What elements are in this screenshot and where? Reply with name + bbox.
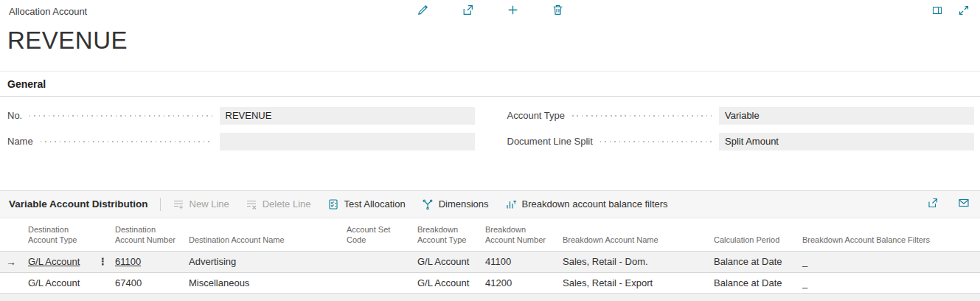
dimensions-button[interactable]: Dimensions (422, 198, 489, 210)
table-row[interactable]: G/L Account 67400 Miscellaneous G/L Acco… (0, 272, 980, 293)
cell-breakdown-number[interactable]: 41200 (479, 272, 557, 293)
cell-calculation-period[interactable]: Balance at Date (708, 251, 796, 272)
col-destination-account-number[interactable]: Destination Account Number (109, 218, 183, 251)
dotted-leader (29, 115, 212, 117)
page-background (0, 294, 980, 301)
cell-dest-name[interactable]: Advertising (183, 251, 341, 272)
distribution-table: Destination Account Type Destination Acc… (0, 218, 980, 294)
field-name: Name (7, 133, 475, 150)
dotted-leader (41, 141, 212, 142)
dimensions-label: Dimensions (439, 198, 489, 210)
field-account-type-label: Account Type (507, 110, 566, 121)
row-select-cell (0, 272, 22, 293)
row-menu-icon[interactable]: ⋮ (92, 251, 109, 272)
edit-button[interactable] (415, 2, 431, 20)
cell-calculation-period[interactable]: Balance at Date (708, 272, 796, 293)
cell-balance-filters[interactable]: _ (796, 251, 980, 272)
dimensions-icon (422, 198, 434, 210)
grid-toolbar: New Line Delete Line Test Allocation Dim… (173, 198, 668, 210)
col-account-set-code[interactable]: Account Set Code (341, 218, 411, 251)
breadcrumb[interactable]: Allocation Account (9, 6, 87, 17)
col-breakdown-account-balance-filters[interactable]: Breakdown Account Balance Filters (796, 218, 980, 251)
breakdown-filters-icon (505, 198, 517, 210)
table-header-row: Destination Account Type Destination Acc… (0, 218, 980, 251)
record-actions (415, 2, 566, 20)
cell-breakdown-name[interactable]: Sales, Retail - Export (557, 272, 708, 293)
share-button[interactable] (460, 2, 476, 20)
col-destination-account-type[interactable]: Destination Account Type (22, 218, 92, 251)
share-icon (462, 4, 474, 18)
col-calculation-period[interactable]: Calculation Period (708, 218, 796, 251)
window-actions (930, 3, 971, 20)
cell-balance-filters[interactable]: _ (796, 272, 980, 293)
distribution-card-header: Variable Account Distribution New Line D… (0, 191, 980, 218)
field-document-line-split-value[interactable]: Split Amount (719, 133, 974, 150)
delete-line-button[interactable]: Delete Line (246, 198, 311, 210)
new-button[interactable] (505, 2, 521, 20)
row-menu-cell (92, 272, 109, 293)
breakdown-filters-button[interactable]: Breakdown account balance filters (505, 198, 668, 210)
delete-line-icon (246, 198, 257, 210)
table-row[interactable]: → G/L Account ⋮ 61100 Advertising G/L Ac… (0, 251, 980, 272)
col-breakdown-account-number[interactable]: Breakdown Account Number (479, 218, 557, 251)
field-no-label: No. (7, 110, 22, 121)
cell-account-set-code[interactable] (341, 251, 411, 272)
cell-breakdown-type[interactable]: G/L Account (411, 272, 479, 293)
test-allocation-button[interactable]: Test Allocation (327, 198, 406, 210)
general-form: No. REVENUE Account Type Variable Name D… (0, 97, 980, 150)
top-command-bar: Allocation Account (0, 0, 980, 22)
focus-mode-button[interactable] (930, 3, 945, 20)
cell-dest-name[interactable]: Miscellaneous (183, 272, 341, 293)
field-name-value[interactable] (220, 133, 475, 150)
expand-button[interactable] (956, 3, 971, 20)
field-account-type-value[interactable]: Variable (719, 107, 974, 125)
cell-dest-type[interactable]: G/L Account (28, 256, 80, 267)
toolbar-separator (160, 198, 161, 211)
grid-header-actions (925, 196, 971, 212)
col-breakdown-account-name[interactable]: Breakdown Account Name (557, 218, 708, 251)
cell-dest-number[interactable]: 61100 (115, 256, 141, 267)
plus-icon (507, 4, 519, 18)
expand-icon (958, 4, 970, 18)
test-allocation-icon (327, 198, 339, 210)
field-no-value[interactable]: REVENUE (220, 107, 475, 125)
field-name-label: Name (7, 136, 33, 147)
cell-breakdown-name[interactable]: Sales, Retail - Dom. (557, 251, 708, 272)
grid-share-button[interactable] (925, 196, 940, 212)
email-icon (958, 197, 970, 211)
col-select (0, 218, 22, 251)
trash-icon (552, 4, 564, 18)
field-no: No. REVENUE (7, 107, 475, 125)
dotted-leader (572, 115, 712, 117)
dotted-leader (600, 141, 712, 142)
cell-account-set-code[interactable] (341, 272, 411, 293)
test-allocation-label: Test Allocation (344, 198, 406, 210)
cell-breakdown-type[interactable]: G/L Account (411, 251, 479, 272)
cell-breakdown-number[interactable]: 41100 (479, 251, 557, 272)
share-icon (927, 197, 939, 211)
general-section: General No. REVENUE Account Type Variabl… (0, 71, 980, 150)
field-document-line-split-label: Document Line Split (507, 136, 593, 147)
general-heading[interactable]: General (0, 72, 980, 97)
delete-button[interactable] (550, 2, 566, 20)
field-document-line-split: Document Line Split Split Amount (507, 133, 975, 150)
focus-mode-icon (931, 4, 943, 18)
cell-dest-type[interactable]: G/L Account (22, 272, 92, 293)
distribution-card-title: Variable Account Distribution (9, 198, 148, 210)
selected-row-arrow-icon: → (0, 251, 22, 272)
field-account-type: Account Type Variable (507, 107, 975, 125)
col-row-menu (92, 218, 109, 251)
delete-line-label: Delete Line (263, 198, 311, 210)
new-line-button[interactable]: New Line (173, 198, 229, 210)
col-breakdown-account-type[interactable]: Breakdown Account Type (411, 218, 479, 251)
page-title: REVENUE (7, 27, 980, 55)
col-destination-account-name[interactable]: Destination Account Name (183, 218, 341, 251)
distribution-card: Variable Account Distribution New Line D… (0, 190, 980, 294)
new-line-icon (173, 198, 184, 210)
new-line-label: New Line (190, 198, 229, 210)
cell-dest-number[interactable]: 67400 (109, 272, 183, 293)
breakdown-filters-label: Breakdown account balance filters (522, 198, 668, 210)
grid-email-button[interactable] (956, 196, 971, 212)
pencil-icon (417, 4, 429, 18)
